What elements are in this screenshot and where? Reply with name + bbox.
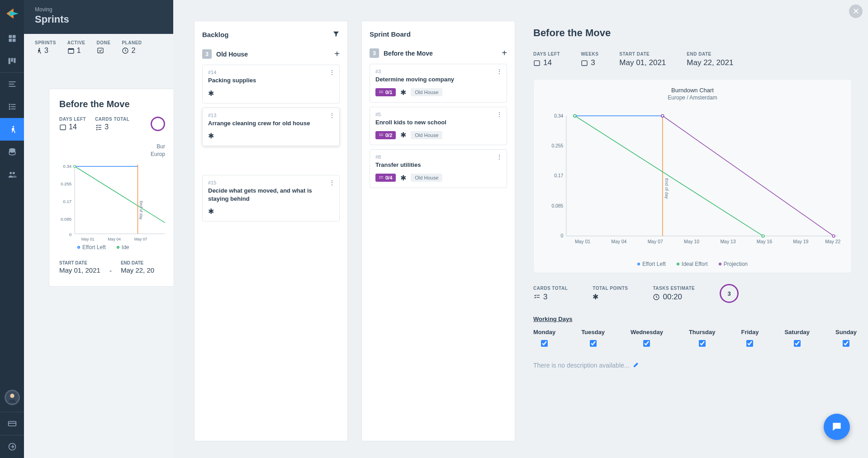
asterisk-icon: ✱ <box>208 207 214 216</box>
working-day-checkbox[interactable] <box>843 340 849 347</box>
svg-rect-8 <box>9 84 14 85</box>
working-day-checkbox[interactable] <box>590 340 597 347</box>
asterisk-icon: ✱ <box>400 174 406 182</box>
svg-point-16 <box>12 126 14 127</box>
burndown-chart: Burndown Chart Europe / Amsterdam 0.34 0… <box>533 79 852 273</box>
working-day-sunday: Sunday <box>835 329 857 348</box>
chat-button[interactable] <box>824 414 850 440</box>
list-icon <box>8 102 17 111</box>
user-avatar[interactable] <box>5 390 20 405</box>
progress-ring <box>151 117 165 131</box>
svg-rect-23 <box>8 423 16 424</box>
svg-text:May 04: May 04 <box>108 236 121 241</box>
nav-boards[interactable] <box>0 50 24 72</box>
svg-rect-28 <box>98 48 103 53</box>
svg-rect-63 <box>582 61 587 66</box>
svg-point-19 <box>12 172 14 174</box>
svg-line-87 <box>663 116 834 236</box>
group-name: Old House <box>216 51 248 58</box>
ticket-card[interactable]: ⋮#5Enroll kids to new school0/2✱Old Hous… <box>370 107 507 146</box>
card-menu-button[interactable]: ⋮ <box>496 153 502 161</box>
svg-rect-6 <box>14 58 15 63</box>
svg-rect-61 <box>380 178 383 179</box>
sprint-title: Before the Move <box>533 27 852 39</box>
svg-text:May 04: May 04 <box>611 239 626 244</box>
checklist-icon <box>379 175 384 180</box>
svg-text:0: 0 <box>69 232 72 237</box>
working-day-checkbox[interactable] <box>643 340 650 347</box>
ticket-card[interactable]: ⋮#3Determine moving company0/1✱Old House <box>370 64 507 103</box>
svg-line-84 <box>575 116 763 236</box>
add-card-button[interactable]: + <box>502 48 507 58</box>
working-day-checkbox[interactable] <box>794 340 801 347</box>
svg-rect-5 <box>11 58 13 61</box>
working-day-checkbox[interactable] <box>699 340 706 347</box>
checklist-icon <box>533 293 541 301</box>
svg-rect-11 <box>11 104 15 105</box>
ticket-card[interactable]: ⋮#14Packing supplies✱ <box>202 65 340 104</box>
ticket-card[interactable]: ⋮#15Decide what gets moved, and what is … <box>202 175 340 222</box>
pencil-icon <box>633 361 640 368</box>
ticket-title: Decide what gets moved, and what is stay… <box>208 187 334 203</box>
ticket-id: #5 <box>375 112 501 117</box>
ticket-id: #8 <box>375 154 501 160</box>
card-icon <box>8 419 17 428</box>
nav-rail <box>0 0 24 458</box>
svg-rect-54 <box>379 133 380 134</box>
svg-text:May 13: May 13 <box>720 239 735 244</box>
lines-icon <box>8 80 17 89</box>
ticket-card[interactable]: ⋮#8Transfer utilities0/4✱Old House <box>370 149 507 188</box>
card-menu-button[interactable]: ⋮ <box>329 112 335 119</box>
svg-rect-1 <box>12 35 15 38</box>
svg-text:End of day: End of day <box>139 201 143 220</box>
nav-team[interactable] <box>0 163 24 186</box>
svg-rect-33 <box>98 129 101 130</box>
database-icon <box>8 147 17 156</box>
ticket-card[interactable]: ⋮#13Arrange cleaning crew for old house✱ <box>202 108 340 146</box>
working-day-saturday: Saturday <box>784 329 810 348</box>
svg-text:0.34: 0.34 <box>63 163 72 168</box>
close-button[interactable]: ✕ <box>849 5 863 18</box>
card-menu-button[interactable]: ⋮ <box>329 69 335 76</box>
ticket-title: Packing supplies <box>208 76 334 85</box>
nav-logout[interactable] <box>0 435 24 458</box>
nav-db[interactable] <box>0 141 24 163</box>
sprint-preview-card[interactable]: Before the Move DAYS LEFT 14 CARDS TOTAL… <box>49 89 175 287</box>
card-menu-button[interactable]: ⋮ <box>329 179 335 186</box>
working-day-checkbox[interactable] <box>746 340 753 347</box>
svg-rect-91 <box>536 297 540 297</box>
working-day-checkbox[interactable] <box>541 340 548 347</box>
working-day-monday: Monday <box>533 329 555 348</box>
nav-lines[interactable] <box>0 73 24 95</box>
runner-icon <box>8 125 17 134</box>
svg-rect-0 <box>9 35 12 38</box>
app-logo[interactable] <box>0 0 24 27</box>
clock-icon <box>122 47 129 54</box>
nav-card[interactable] <box>0 412 24 435</box>
backlog-group-header: 3 Old House + <box>202 49 340 59</box>
add-card-button[interactable]: + <box>334 49 340 59</box>
card-menu-button[interactable]: ⋮ <box>496 68 502 75</box>
svg-rect-58 <box>379 176 380 177</box>
card-menu-button[interactable]: ⋮ <box>496 111 502 118</box>
stat-done: DONE <box>97 40 111 55</box>
calendar-icon <box>533 59 541 66</box>
calendar-icon <box>67 47 75 54</box>
svg-text:May 10: May 10 <box>684 239 699 244</box>
calendar-check-icon <box>97 47 104 54</box>
burndown-svg: 0.34 0.255 0.17 0.085 0 May 01 May 04 Ma… <box>543 104 842 257</box>
svg-rect-53 <box>380 92 383 93</box>
group-count: 3 <box>370 48 379 58</box>
ticket-id: #14 <box>208 70 334 75</box>
team-icon <box>8 170 17 179</box>
ticket-title: Determine moving company <box>375 76 501 84</box>
nav-sprints[interactable] <box>0 118 24 141</box>
working-days-title: Working Days <box>533 316 852 322</box>
filter-button[interactable] <box>332 30 340 39</box>
asterisk-icon: ✱ <box>208 89 214 98</box>
svg-rect-51 <box>380 91 383 91</box>
nav-grid[interactable] <box>0 27 24 50</box>
edit-description-button[interactable] <box>633 361 640 369</box>
nav-list[interactable] <box>0 95 24 118</box>
board-title: Sprint Board <box>370 30 411 38</box>
